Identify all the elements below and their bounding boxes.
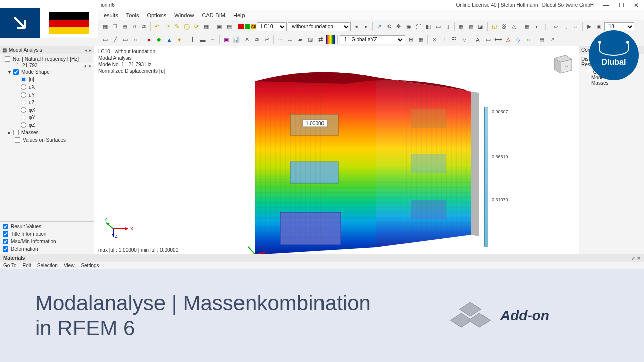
coord-system-select[interactable]: 1 - Global XYZ <box>340 35 405 44</box>
green-icon[interactable]: ◆ <box>154 35 164 44</box>
load-icon[interactable]: ↓ <box>561 22 570 31</box>
menu-cadbim[interactable]: CAD-BIM <box>199 11 228 19</box>
results-icon[interactable]: ▣ <box>594 22 603 31</box>
expand-icon[interactable]: ▾ <box>8 69 11 75</box>
zoom-icon[interactable]: ◯ <box>182 22 191 31</box>
materials-view[interactable]: View <box>64 263 75 268</box>
materials-settings[interactable]: Settings <box>80 263 99 268</box>
copy-icon[interactable]: ⧉ <box>140 22 148 31</box>
blue-icon[interactable]: ▲ <box>165 35 174 44</box>
red2-icon[interactable]: △ <box>504 35 513 44</box>
freq-row-1[interactable]: 1 21.793 ◂ ▸ <box>2 63 92 68</box>
orbit-icon[interactable]: ◉ <box>405 22 413 31</box>
print-icon[interactable]: ⎙ <box>130 22 138 31</box>
radio-ux[interactable] <box>21 84 26 90</box>
node-icon[interactable]: • <box>532 22 541 31</box>
rect-icon[interactable]: ▭ <box>121 35 130 44</box>
menu-options[interactable]: Options <box>144 11 169 19</box>
ortho-icon[interactable]: ⊥ <box>440 35 449 44</box>
radio-uy[interactable] <box>21 92 26 98</box>
refresh-icon[interactable]: ⟳ <box>192 22 201 31</box>
view-cube[interactable]: -Y <box>548 51 574 76</box>
solid-icon[interactable]: ▩ <box>466 22 475 31</box>
prev-icon[interactable]: ◂ <box>352 22 360 31</box>
next-icon[interactable]: ▸ <box>362 22 370 31</box>
materials-selection[interactable]: Selection <box>37 263 58 268</box>
clip-icon[interactable]: ✂ <box>262 35 271 44</box>
wireframe-icon[interactable]: ▦ <box>457 22 465 31</box>
undo-icon[interactable]: ↶ <box>153 22 162 31</box>
radio-phix[interactable] <box>21 107 26 113</box>
pan-icon[interactable]: ✥ <box>394 22 403 31</box>
mode-shape-node[interactable]: ▾ Mode Shape <box>2 68 92 76</box>
expand-masses-icon[interactable]: ▸ <box>8 130 11 135</box>
blue2-icon[interactable]: ◇ <box>514 35 523 44</box>
view1-icon[interactable]: ▣ <box>215 22 224 31</box>
support-icon[interactable]: △ <box>509 22 518 31</box>
panel-next-icon[interactable]: ▸ <box>89 48 92 53</box>
materials-edit[interactable]: Edit <box>23 263 31 268</box>
select-icon[interactable]: ▭ <box>101 35 110 44</box>
close-button[interactable]: ✕ <box>629 0 644 10</box>
new-icon[interactable]: ▦ <box>101 22 109 31</box>
tri-icon[interactable]: ▼ <box>175 35 184 44</box>
chk-result-values[interactable] <box>3 224 8 229</box>
materials-goto[interactable]: Go To <box>3 263 17 268</box>
box-icon[interactable]: ◱ <box>490 22 498 31</box>
masses-check[interactable] <box>13 130 19 135</box>
surface-icon[interactable]: ▱ <box>552 22 560 31</box>
maximize-button[interactable]: ☐ <box>614 0 629 10</box>
chk-maxmin-info[interactable] <box>3 239 8 244</box>
save-icon[interactable]: ▤ <box>120 22 129 31</box>
green2-icon[interactable]: ○ <box>524 35 533 44</box>
shade-icon[interactable]: ◪ <box>476 22 485 31</box>
wave-icon[interactable]: 〰 <box>276 35 285 44</box>
dim2-icon[interactable]: ⟷ <box>494 35 503 44</box>
chart-icon[interactable]: 📊 <box>232 35 241 44</box>
more-icon[interactable]: ⋯ <box>635 22 644 31</box>
cross-icon[interactable]: ✕ <box>242 35 251 44</box>
guide-icon[interactable]: ☷ <box>450 35 459 44</box>
calc-icon[interactable]: ▶ <box>585 22 593 31</box>
masses-node[interactable]: ▸ Masses <box>2 129 92 136</box>
freq-header-check[interactable] <box>5 56 10 62</box>
fit-icon[interactable]: ⛶ <box>414 22 423 31</box>
thick-icon[interactable]: ▬ <box>198 35 207 44</box>
bracket-icon[interactable]: ⌈ <box>188 35 197 44</box>
text-icon[interactable]: A <box>473 35 482 44</box>
mode-shape-check[interactable] <box>13 69 19 75</box>
arrow2-icon[interactable]: ↗ <box>547 35 556 44</box>
chk-title-info[interactable] <box>3 231 8 237</box>
dim-icon[interactable]: ↔ <box>571 22 580 31</box>
front-icon[interactable]: ▭ <box>434 22 442 31</box>
link-icon[interactable]: ⛓ <box>499 22 508 31</box>
move-icon[interactable]: ⇄ <box>316 35 325 44</box>
redo-icon[interactable]: ↷ <box>163 22 172 31</box>
loadcase-number-select[interactable]: LC10 <box>257 22 287 31</box>
iso-icon[interactable]: ◧ <box>424 22 432 31</box>
view2-icon[interactable]: ▤ <box>225 22 233 31</box>
plane-icon[interactable]: ▱ <box>286 35 295 44</box>
grid2-icon[interactable]: ▦ <box>416 35 425 44</box>
values-surfaces-node[interactable]: Values on Surfaces <box>2 136 92 144</box>
panel-prev-icon[interactable]: ◂ <box>85 48 87 53</box>
radio-phiy[interactable] <box>21 115 26 120</box>
chk-deformation[interactable] <box>3 246 8 252</box>
circle-icon[interactable]: ○ <box>131 35 140 44</box>
copy2-icon[interactable]: ⧉ <box>252 35 261 44</box>
cs-icon[interactable]: ⊞ <box>406 35 415 44</box>
grid-icon[interactable]: ▦ <box>202 22 210 31</box>
hatch-icon[interactable]: ▨ <box>306 35 315 44</box>
loadcase-desc-select[interactable]: without foundation <box>288 22 351 31</box>
arrow-tool-icon[interactable]: ↗ <box>375 22 383 31</box>
member-icon[interactable]: │ <box>542 22 550 31</box>
materials-pin-icon[interactable]: ⤢ <box>631 256 635 261</box>
radio-uz[interactable] <box>21 100 26 105</box>
hide-icon[interactable]: ▤ <box>537 35 546 44</box>
mesh-icon[interactable]: ▦ <box>522 22 531 31</box>
filter-icon[interactable]: ▽ <box>460 35 469 44</box>
menu-help[interactable]: Help <box>230 11 248 19</box>
snap-icon[interactable]: ⊙ <box>430 35 439 44</box>
line-icon[interactable]: ╱ <box>111 35 120 44</box>
side-icon[interactable]: ▯ <box>443 22 452 31</box>
